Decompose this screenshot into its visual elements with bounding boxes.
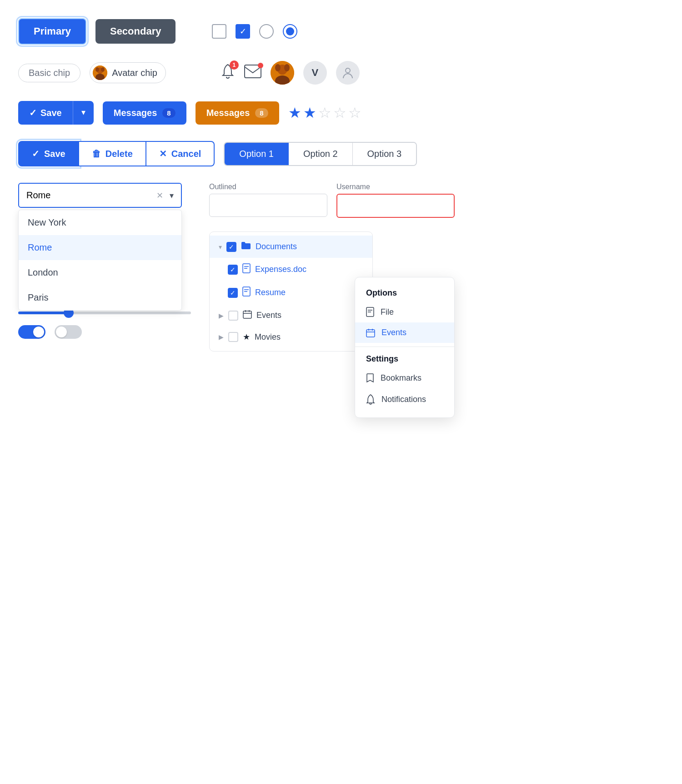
star-3[interactable]: ☆ xyxy=(318,104,331,121)
primary-button[interactable]: Primary xyxy=(18,18,86,45)
dropdown-value: Rome xyxy=(26,190,50,201)
segmented-control: Option 1 Option 2 Option 3 xyxy=(224,142,417,166)
slider[interactable] xyxy=(18,312,191,314)
tree-item-documents[interactable]: ▾ ✓ Documents xyxy=(210,236,372,258)
basic-chip[interactable]: Basic chip xyxy=(18,64,80,82)
messages-badge-orange: 8 xyxy=(255,108,268,118)
tree-item-events[interactable]: ▶ Events xyxy=(210,304,372,327)
menu-item-events[interactable]: Events xyxy=(355,322,454,343)
dropdown-item-rome[interactable]: Rome xyxy=(19,235,181,260)
tree-item-expenses[interactable]: ✓ Expenses.doc xyxy=(210,258,372,281)
dropdown-item-newyork[interactable]: New York xyxy=(19,210,181,235)
tree-check-events[interactable] xyxy=(228,311,238,321)
toolbar-cancel-button[interactable]: ✕ Cancel xyxy=(146,141,215,166)
star-1[interactable]: ★ xyxy=(288,104,301,121)
x-icon: ✕ xyxy=(159,148,167,159)
tree-check-movies[interactable] xyxy=(228,332,238,342)
menu-file-label: File xyxy=(381,307,394,317)
bell-icon[interactable]: 1 xyxy=(221,63,235,83)
star-5[interactable]: ☆ xyxy=(348,104,361,121)
messages-label-blue: Messages xyxy=(114,108,157,118)
checkbox-checked[interactable]: ✓ xyxy=(236,24,250,39)
file-icon-expenses xyxy=(242,263,251,276)
svg-point-4 xyxy=(95,67,99,72)
user-avatar-initial[interactable]: V xyxy=(303,61,327,85)
tree-item-resume[interactable]: ✓ Resume xyxy=(210,281,372,304)
outlined-input[interactable] xyxy=(209,194,327,217)
toolbar-save-label: Save xyxy=(44,149,65,159)
dropdown-item-paris[interactable]: Paris xyxy=(19,285,181,310)
chevron-down-icon[interactable]: ▾ xyxy=(170,191,174,201)
radio-checked[interactable] xyxy=(283,24,297,39)
context-menu: Options File Events Settings Bookmarks xyxy=(355,277,455,418)
expenses-label: Expenses.doc xyxy=(255,265,306,274)
menu-item-file[interactable]: File xyxy=(355,302,454,322)
mail-badge-dot xyxy=(258,63,263,68)
star-rating[interactable]: ★ ★ ☆ ☆ ☆ xyxy=(288,104,361,121)
file-tree-area: ▾ ✓ Documents ✓ Expenses.doc xyxy=(209,231,664,352)
toggle-off[interactable] xyxy=(55,325,82,339)
clear-icon[interactable]: ✕ xyxy=(156,191,163,201)
expand-arrow-documents[interactable]: ▾ xyxy=(219,243,222,251)
expand-arrow-events[interactable]: ▶ xyxy=(219,312,224,319)
messages-button-blue[interactable]: Messages 8 xyxy=(103,101,186,125)
star-4[interactable]: ☆ xyxy=(333,104,346,121)
toolbar-delete-label: Delete xyxy=(105,149,133,159)
tree-check-expenses[interactable]: ✓ xyxy=(228,265,238,275)
username-input[interactable] xyxy=(336,194,455,218)
save-label: Save xyxy=(40,108,62,118)
messages-label-orange: Messages xyxy=(206,108,250,118)
avatar-chip[interactable]: Avatar chip xyxy=(90,62,166,83)
radio-unchecked[interactable] xyxy=(259,24,274,39)
events-label: Events xyxy=(256,311,281,320)
dropdown-container: Rome ✕ ▾ New York Rome London Paris xyxy=(18,183,182,208)
secondary-button[interactable]: Secondary xyxy=(95,19,176,44)
username-label: Username xyxy=(336,183,455,191)
chip-avatar-image xyxy=(93,65,107,80)
segment-option1[interactable]: Option 1 xyxy=(225,143,289,165)
toolbar-cancel-label: Cancel xyxy=(171,149,201,159)
toolbar: ✓ Save 🗑 Delete ✕ Cancel xyxy=(18,141,215,166)
toggle-container xyxy=(18,325,191,339)
svg-point-11 xyxy=(275,64,281,71)
file-icon xyxy=(366,307,374,317)
tree-check-resume[interactable]: ✓ xyxy=(228,288,238,298)
save-main-button[interactable]: ✓ Save xyxy=(18,101,73,125)
messages-button-orange[interactable]: Messages 8 xyxy=(196,101,279,125)
calendar-icon-events xyxy=(243,310,252,321)
outlined-label: Outlined xyxy=(209,183,327,191)
svg-point-12 xyxy=(284,64,290,71)
segment-option2[interactable]: Option 2 xyxy=(289,143,353,165)
toggle-on-thumb xyxy=(33,327,44,337)
toggle-on[interactable] xyxy=(18,325,45,339)
menu-notifications-label: Notifications xyxy=(381,395,426,404)
user-avatar-photo[interactable] xyxy=(271,61,294,85)
movies-label: Movies xyxy=(255,332,281,342)
toolbar-delete-button[interactable]: 🗑 Delete xyxy=(79,141,146,166)
settings-section-title: Settings xyxy=(355,351,454,367)
mail-icon[interactable] xyxy=(244,65,261,81)
dropdown-input[interactable]: Rome ✕ ▾ xyxy=(18,183,182,208)
svg-rect-16 xyxy=(243,311,251,318)
tree-item-movies[interactable]: ▶ ★ Movies xyxy=(210,327,372,347)
file-tree: ▾ ✓ Documents ✓ Expenses.doc xyxy=(209,231,373,352)
save-dropdown-button[interactable]: ▾ xyxy=(73,101,94,125)
checkbox-unchecked[interactable] xyxy=(212,24,226,39)
menu-events-label: Events xyxy=(381,328,406,337)
toolbar-save-button[interactable]: ✓ Save xyxy=(18,141,79,166)
save-split-button[interactable]: ✓ Save ▾ xyxy=(18,101,94,125)
segment-option3[interactable]: Option 3 xyxy=(353,143,416,165)
dropdown-item-london[interactable]: London xyxy=(19,260,181,285)
svg-rect-18 xyxy=(366,330,375,337)
expand-arrow-movies[interactable]: ▶ xyxy=(219,333,224,341)
chip-avatar-label: Avatar chip xyxy=(112,68,157,78)
svg-point-13 xyxy=(346,68,350,73)
avatar-initial-letter: V xyxy=(312,67,319,79)
menu-item-bookmarks[interactable]: Bookmarks xyxy=(355,367,454,388)
file-icon-resume xyxy=(242,286,251,299)
star-2[interactable]: ★ xyxy=(303,104,316,121)
toggle-off-thumb xyxy=(56,327,67,337)
menu-item-notifications[interactable]: Notifications xyxy=(355,388,454,410)
tree-check-documents[interactable]: ✓ xyxy=(226,242,236,252)
user-avatar-person[interactable] xyxy=(336,61,360,85)
